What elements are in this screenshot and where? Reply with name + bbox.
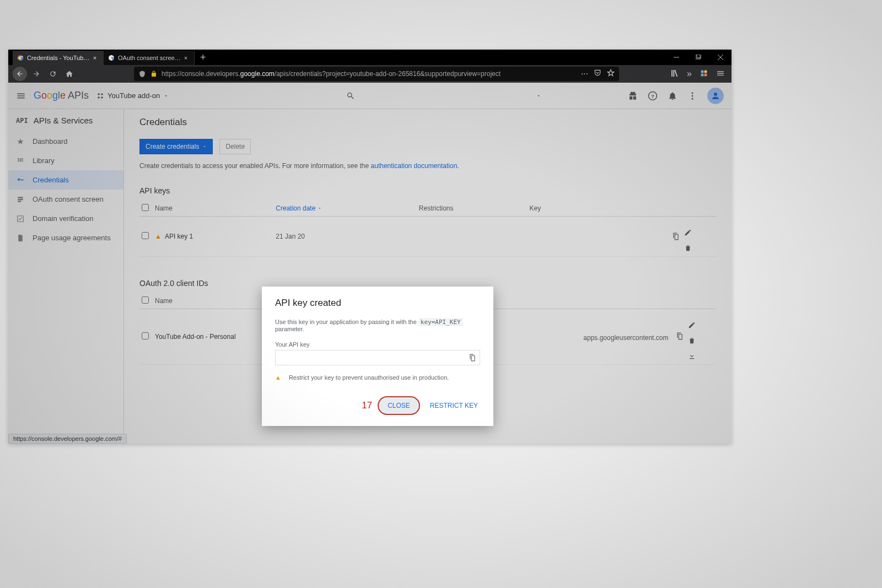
lock-icon[interactable] — [150, 71, 157, 77]
api-key-created-modal: API key created Use this key in your app… — [262, 287, 493, 426]
nav-home-button[interactable] — [62, 67, 77, 81]
svg-rect-10 — [704, 74, 707, 77]
annotation-number: 17 — [362, 400, 372, 411]
modal-description: Use this key in your application by pass… — [275, 319, 480, 332]
browser-tab[interactable]: Credentials - YouTube add-on × — [13, 51, 104, 65]
nav-forward-button[interactable] — [29, 67, 44, 81]
url-field[interactable]: https://console.developers.google.com/ap… — [134, 67, 619, 81]
restrict-key-button[interactable]: RESTRICT KEY — [428, 397, 480, 414]
close-button[interactable]: CLOSE — [378, 396, 420, 415]
more-icon[interactable]: ··· — [581, 69, 588, 79]
nav-reload-button[interactable] — [46, 67, 60, 81]
pocket-icon[interactable] — [594, 69, 601, 79]
warning-icon: ▲ — [275, 374, 281, 381]
svg-rect-8 — [704, 71, 707, 73]
tab-close-icon[interactable]: × — [91, 55, 99, 61]
api-key-input[interactable] — [279, 354, 469, 362]
svg-rect-7 — [701, 71, 704, 73]
window-close-icon[interactable] — [709, 50, 732, 65]
shield-icon[interactable] — [138, 70, 146, 78]
api-key-label: Your API key — [275, 341, 480, 348]
svg-rect-9 — [701, 74, 704, 77]
tab-close-icon[interactable]: × — [182, 55, 190, 61]
star-icon[interactable] — [607, 69, 615, 79]
window-maximize-icon[interactable] — [687, 50, 709, 65]
browser-toolbar: https://console.developers.google.com/ap… — [8, 65, 732, 83]
extension-icon[interactable] — [700, 69, 708, 79]
window-minimize-icon[interactable] — [665, 50, 687, 65]
copy-icon[interactable] — [469, 354, 476, 362]
tab-title: Credentials - YouTube add-on — [27, 55, 91, 61]
browser-titlebar: Credentials - YouTube add-on × OAuth con… — [8, 50, 732, 65]
nav-back-button[interactable] — [13, 67, 27, 81]
hamburger-menu-icon[interactable] — [716, 69, 725, 79]
browser-tab[interactable]: OAuth consent screen – APIs & × — [104, 51, 195, 65]
restrict-note: ▲ Restrict your key to prevent unauthori… — [275, 374, 480, 381]
url-text: https://console.developers.google.com/ap… — [162, 70, 577, 78]
library-icon[interactable] — [670, 69, 679, 79]
new-tab-button[interactable]: + — [195, 52, 212, 63]
overflow-icon[interactable]: » — [687, 69, 692, 79]
svg-rect-4 — [697, 55, 701, 58]
modal-title: API key created — [275, 298, 480, 309]
google-favicon — [108, 55, 115, 61]
svg-rect-3 — [696, 55, 700, 59]
tab-title: OAuth consent screen – APIs & — [118, 55, 182, 61]
api-key-field — [275, 350, 480, 365]
google-favicon — [17, 55, 24, 61]
